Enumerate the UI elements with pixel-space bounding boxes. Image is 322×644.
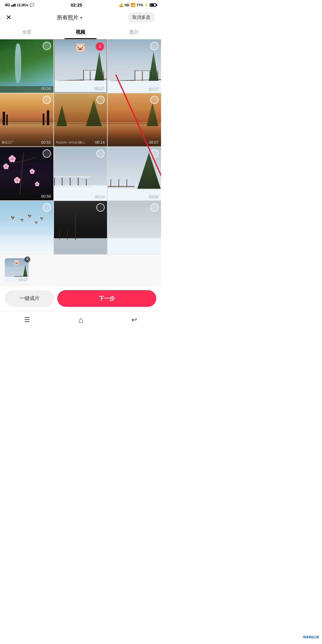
duration-8: 00:14 [95,194,105,199]
grid-item-3[interactable]: 00:17 [108,39,161,93]
auto-clip-button[interactable]: 一键成片 [5,290,54,307]
duration-3: 00:17 [149,86,159,91]
wechat-icon: 💬 [30,3,34,7]
watermark-4: 格式工厂 [2,140,14,145]
status-left: 4G 12.3K/s 💬 [5,3,34,7]
duration-1: 00:06 [41,86,51,91]
select-circle-7[interactable] [43,149,51,158]
select-number-2: 1 [99,44,101,49]
home-icon[interactable]: ⌂ [78,315,83,325]
selected-item-wrapper: 🐷 00:17 ✕ [5,258,29,282]
data-speed: 12.3K/s [17,3,28,7]
chevron-down-icon: ▾ [80,15,82,20]
select-circle-4[interactable] [43,96,51,104]
wifi-icon: 📶 [131,3,135,7]
header-title[interactable]: 所有照片 ▾ [57,14,82,21]
carrier-label: 4G [5,3,10,7]
selected-thumb-1: 🐷 00:17 [5,258,29,282]
grid-item-4[interactable]: 00:51 格式工厂 [0,93,53,147]
menu-icon[interactable]: ☰ [24,316,30,324]
pig-emoji-2: 🐷 [75,42,86,52]
select-circle-5[interactable] [96,96,105,104]
album-title: 所有照片 [57,14,78,21]
grid-item-9[interactable]: 00:30 [108,147,161,200]
grid-item-12[interactable] [108,201,161,254]
select-circle-3[interactable] [150,42,159,50]
action-bar: 一键成片 下一步 [0,286,161,311]
status-right: 🔔 HD 📶 77% ⚡ [119,3,156,7]
grid-item-7[interactable]: 🌸 🌸 🌸 🌸 🌸 00:50 [0,147,53,200]
duration-5: 00:14 [95,140,105,145]
duration-4: 00:51 [41,140,51,145]
select-circle-12[interactable] [150,203,159,212]
tab-all-label: 全部 [22,30,32,35]
media-grid: 00:06 🐷 1 00:17 [0,39,161,254]
battery-percent: 77% [137,3,143,7]
tab-video[interactable]: 视频 [54,26,107,39]
grid-item-11[interactable] [54,201,107,254]
tabs: 全部 视频 图片 [0,26,161,39]
tab-photo-label: 图片 [129,30,139,35]
bell-icon: 🔔 [119,3,123,7]
grid-item-6[interactable]: 00:07 [108,93,161,147]
select-circle-1[interactable] [43,42,51,50]
bottom-nav: ☰ ⌂ ↩ [0,311,161,331]
grid-item-2[interactable]: 🐷 1 00:17 [54,39,107,93]
duration-6: 00:07 [149,140,159,145]
duration-9: 00:30 [149,194,159,199]
grid-item-5[interactable]: 00:14 早起惊鸿一梦何必清醒上 [54,93,107,147]
tab-all[interactable]: 全部 [0,26,54,39]
selected-panel: 🐷 00:17 ✕ [0,254,161,286]
pig-emoji-selected: 🐷 [14,259,20,265]
duration-7: 00:50 [41,194,51,199]
cancel-multi-select-button[interactable]: 取消多选 [128,12,155,23]
grid-item-10[interactable]: 🦅 🦅 🦅 🦅 🦅 [0,201,53,254]
status-bar: 4G 12.3K/s 💬 02:25 🔔 HD 📶 77% ⚡ [0,0,161,9]
watermark-5: 早起惊鸿一梦何必清醒上 [56,141,85,145]
header: ✕ 所有照片 ▾ 取消多选 [0,9,161,26]
grid-item-8[interactable]: 00:14 [54,147,107,200]
charging-icon: ⚡ [144,3,148,7]
status-time: 02:25 [71,2,82,7]
signal-bars [11,4,16,7]
tab-video-label: 视频 [76,30,85,35]
back-icon[interactable]: ↩ [131,316,137,324]
hd-label: HD [125,3,129,7]
close-button[interactable]: ✕ [6,14,11,21]
battery-icon [150,3,156,7]
grid-item-1[interactable]: 00:06 [0,39,53,93]
tab-photo[interactable]: 图片 [107,26,161,39]
next-step-button[interactable]: 下一步 [57,290,156,307]
selected-duration: 00:17 [19,277,27,281]
select-circle-10[interactable] [43,203,51,212]
select-circle-6[interactable] [150,96,159,104]
remove-selected-button[interactable]: ✕ [24,256,30,262]
duration-2: 00:17 [95,86,104,90]
